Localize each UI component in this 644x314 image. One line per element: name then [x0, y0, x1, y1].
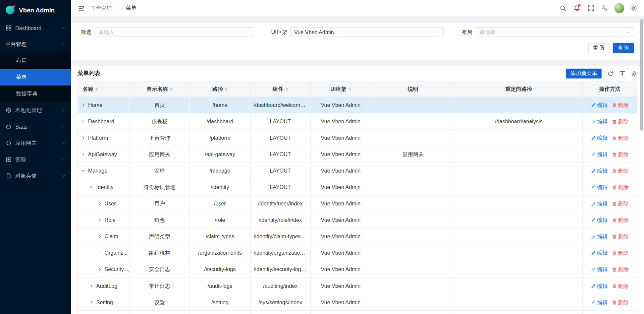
chevron-right-icon[interactable] — [81, 119, 86, 123]
sidebar-item-object-storage[interactable]: 对象存储 — [0, 168, 71, 184]
delete-button[interactable]: 删除 — [612, 184, 629, 191]
reset-button[interactable]: 重 置 — [588, 43, 609, 53]
sidebar-item-saas[interactable]: Saas — [0, 118, 71, 135]
chevron-right-icon[interactable] — [89, 284, 94, 288]
edit-button[interactable]: 编辑 — [591, 249, 608, 257]
add-menu-button[interactable]: 添加新菜单 — [566, 69, 602, 78]
chevron-right-icon[interactable] — [89, 300, 94, 304]
chevron-right-icon[interactable] — [98, 201, 102, 205]
edit-button[interactable]: 编辑 — [591, 101, 608, 109]
menu-name-label: ApiGateway — [88, 151, 117, 157]
sidebar-item-dashboard[interactable]: Dashboard — [0, 20, 71, 36]
notification-bell-icon[interactable] — [571, 2, 583, 14]
ui-framework-select[interactable]: Vue Vben Admin — [290, 27, 443, 37]
menu-fold-icon[interactable] — [75, 2, 87, 14]
chevron-down-icon[interactable] — [81, 168, 86, 173]
cell-component: LAYOUT — [250, 146, 310, 163]
menu-name-label: Identity — [96, 184, 113, 190]
cell-display-name: 仪表板 — [129, 113, 190, 130]
edit-button[interactable]: 编辑 — [591, 200, 608, 207]
chevron-right-icon[interactable] — [81, 103, 86, 107]
cell-description — [371, 195, 455, 212]
globe-icon — [5, 107, 11, 113]
sidebar-item-layout[interactable]: 布局 — [0, 53, 71, 69]
refresh-icon[interactable] — [607, 70, 613, 76]
column-header-path[interactable]: 路径 — [190, 81, 250, 97]
chevron-right-icon[interactable] — [98, 251, 102, 255]
chevron-right-icon[interactable] — [98, 217, 102, 222]
cell-empty — [582, 311, 637, 314]
delete-button[interactable]: 删除 — [612, 282, 629, 290]
sidebar-item-localization[interactable]: 本地化管理 — [0, 102, 71, 118]
delete-button[interactable]: 删除 — [612, 249, 629, 257]
delete-button[interactable]: 删除 — [612, 200, 629, 207]
sidebar-item-menu[interactable]: 菜单 — [0, 69, 71, 85]
delete-button[interactable]: 删除 — [612, 167, 629, 175]
chevron-right-icon[interactable] — [98, 234, 102, 238]
edit-button[interactable]: 编辑 — [591, 167, 608, 175]
settings-gear-icon[interactable] — [628, 2, 640, 14]
edit-button[interactable]: 编辑 — [591, 184, 608, 191]
column-header-content: 路径 — [193, 85, 247, 92]
cell-path: /claim-types — [190, 228, 250, 245]
column-label: 重定向路径 — [505, 85, 532, 92]
filter-input[interactable] — [95, 27, 253, 37]
delete-button[interactable]: 删除 — [612, 266, 629, 273]
cell-name: Organiz... — [77, 245, 129, 261]
edit-button[interactable]: 编辑 — [591, 134, 608, 141]
edit-button[interactable]: 编辑 — [591, 118, 608, 125]
translate-icon[interactable]: 文A — [599, 2, 611, 14]
column-settings-icon[interactable] — [631, 70, 637, 76]
sidebar-item-app-gateway[interactable]: 应用网关 — [0, 135, 71, 151]
delete-label: 删除 — [618, 282, 629, 290]
column-header-content: 组件 — [254, 85, 307, 92]
edit-label: 编辑 — [597, 282, 608, 290]
cell-ui-framework: Vue Vben Admin — [310, 228, 371, 245]
app-logo[interactable]: Vben Admin — [0, 0, 71, 20]
layout-select[interactable]: 请选择 — [476, 27, 634, 37]
cell-redirect — [455, 179, 583, 195]
filter-group-layout: 布局 请选择 — [462, 27, 634, 37]
avatar[interactable] — [614, 3, 624, 13]
chevron-right-icon[interactable] — [81, 135, 86, 140]
delete-label: 删除 — [618, 200, 629, 207]
delete-button[interactable]: 删除 — [612, 150, 629, 158]
edit-button[interactable]: 编辑 — [591, 216, 608, 224]
sidebar-item-platform-management[interactable]: 平台管理 — [0, 36, 71, 53]
edit-button[interactable]: 编辑 — [591, 233, 608, 240]
column-header-component[interactable]: 组件 — [250, 81, 310, 97]
sort-carets-icon — [285, 87, 288, 91]
chevron-down-icon[interactable] — [89, 185, 94, 189]
sidebar-item-label: 平台管理 — [5, 41, 58, 48]
chevron-right-icon[interactable] — [98, 267, 102, 271]
scrollbar[interactable] — [640, 19, 643, 131]
column-header-ui-framework[interactable]: UI框架 — [310, 81, 371, 97]
delete-button[interactable]: 删除 — [612, 101, 629, 109]
delete-button[interactable]: 删除 — [612, 134, 629, 141]
column-header-display-name[interactable]: 显示名称 — [129, 81, 190, 97]
cell-display-name: 角色 — [129, 212, 190, 228]
chevron-right-icon[interactable] — [81, 152, 86, 156]
dashboard-icon — [5, 25, 11, 31]
row-height-icon[interactable] — [619, 70, 625, 76]
delete-button[interactable]: 删除 — [612, 216, 629, 224]
fullscreen-icon[interactable] — [585, 2, 597, 14]
sidebar-item-manage[interactable]: 管理 — [0, 151, 71, 168]
edit-button[interactable]: 编辑 — [591, 266, 608, 273]
sidebar-item-label: Saas — [15, 124, 57, 130]
delete-button[interactable]: 删除 — [612, 233, 629, 240]
cell-path: /role — [190, 212, 250, 228]
edit-button[interactable]: 编辑 — [591, 150, 608, 158]
search-icon[interactable] — [557, 2, 569, 14]
cell-redirect — [455, 163, 583, 179]
sidebar-item-data-dictionary[interactable]: 数据字典 — [0, 85, 71, 102]
search-button[interactable]: 查 询 — [613, 43, 634, 53]
breadcrumb-item-platform[interactable]: 平台管理 — [91, 4, 118, 12]
cell-name: ApiGateway — [77, 146, 129, 163]
delete-button[interactable]: 删除 — [612, 299, 629, 306]
cell-description — [371, 261, 455, 277]
delete-button[interactable]: 删除 — [612, 118, 629, 125]
edit-button[interactable]: 编辑 — [591, 282, 608, 290]
column-header-name[interactable]: 名称 — [77, 81, 129, 97]
edit-button[interactable]: 编辑 — [591, 299, 608, 306]
